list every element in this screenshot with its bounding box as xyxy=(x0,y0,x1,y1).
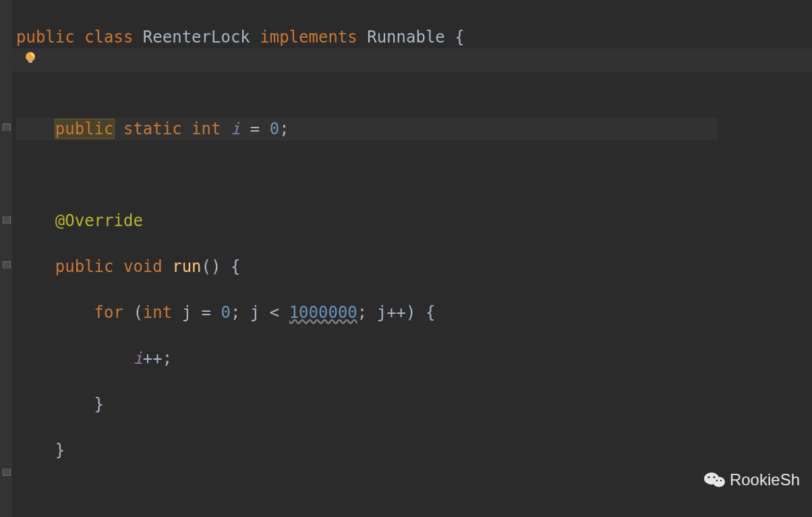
fold-marker-icon[interactable] xyxy=(3,468,11,476)
code-editor[interactable]: public class ReenterLock implements Runn… xyxy=(12,0,724,517)
code-line: public class ReenterLock implements Runn… xyxy=(16,26,718,49)
code-line: @Override xyxy=(16,209,718,232)
code-line xyxy=(16,163,718,186)
svg-point-7 xyxy=(720,480,722,481)
svg-rect-1 xyxy=(28,61,32,63)
code-line: for (int j = 0; j < 1000000; j++) { xyxy=(16,301,718,324)
svg-point-3 xyxy=(713,477,725,487)
editor-gutter xyxy=(0,0,12,517)
code-line: i++; xyxy=(16,347,718,370)
intention-bulb-icon[interactable] xyxy=(23,51,38,65)
code-line: public void run() { xyxy=(16,255,718,278)
fold-marker-icon[interactable] xyxy=(3,261,11,269)
code-line xyxy=(16,485,718,508)
svg-point-6 xyxy=(716,480,718,481)
svg-point-5 xyxy=(713,476,715,478)
watermark: RookieSh xyxy=(703,468,800,491)
svg-point-4 xyxy=(707,476,709,478)
code-line: public static int i = 0; xyxy=(16,117,718,140)
wechat-icon xyxy=(703,470,726,489)
watermark-text: RookieSh xyxy=(730,468,800,491)
code-line: } xyxy=(16,439,718,462)
code-line: } xyxy=(16,393,718,416)
fold-marker-icon[interactable] xyxy=(3,216,11,223)
code-line xyxy=(16,72,718,94)
fold-marker-icon[interactable] xyxy=(3,124,11,131)
